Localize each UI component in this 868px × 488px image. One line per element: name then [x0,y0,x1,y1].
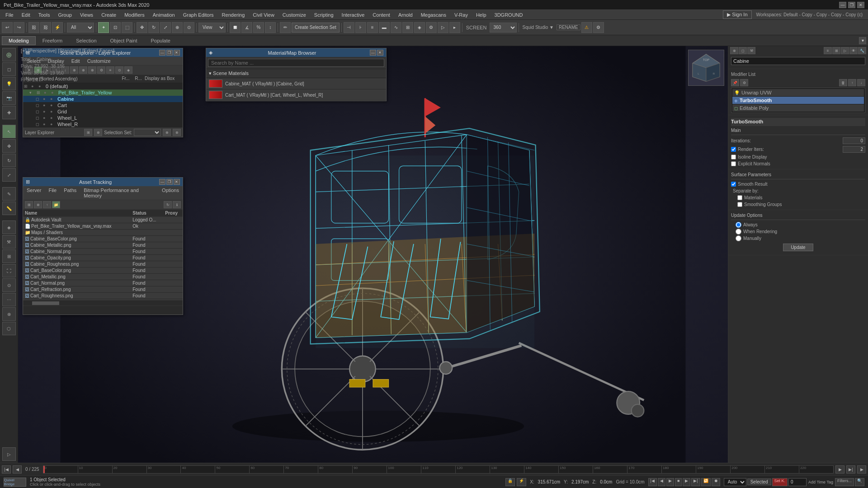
tree-item-bike[interactable]: ▾ ⊞ ● ● Pet_Bike_Trailer_Yellow [23,89,183,96]
redo-button[interactable]: ↪ [14,22,24,33]
mod-unwrap-label[interactable]: Unwrap UVW [741,90,772,95]
menu-animation[interactable]: Animation [149,11,179,19]
menu-help[interactable]: Help [472,11,490,19]
tool-paint[interactable]: ✎ [2,187,16,201]
angle-snap[interactable]: ∡ [241,22,252,33]
quixel-bridge-logo[interactable]: Quixel Bridge [4,478,26,487]
mod-ep-label[interactable]: Editable Poly [740,105,769,111]
asset-scroll-area[interactable]: Name Status Proxy 🔒Autodesk Vault Logged… [23,210,183,300]
rp-utils-icon[interactable]: ⚒ [747,47,755,54]
tool-select[interactable]: ↖ [2,125,16,138]
rp-create-icon[interactable]: ⊕ [730,47,738,54]
select-rotate-button[interactable]: ↻ [148,22,159,33]
auto-dropdown[interactable]: Auto [724,478,746,486]
timeline-start-btn[interactable]: |◀ [2,465,11,474]
asset-menu-server[interactable]: Server [25,187,43,199]
tool-extra4[interactable]: ⛶ [2,264,16,277]
select-move-button[interactable]: ✥ [137,22,147,33]
menu-civil-view[interactable]: Civil View [249,11,278,19]
mat-browser-minimize[interactable]: — [370,50,376,56]
squid-studio-label[interactable]: Squid Studio ▼ [521,25,556,30]
menu-arnold[interactable]: Arnold [395,11,416,19]
tool-cameras[interactable]: 📷 [2,91,16,105]
asset-restore[interactable]: ❐ [166,179,173,185]
mod-pin-icon[interactable]: 📌 [731,79,739,86]
update-manually-radio[interactable] [736,235,741,241]
rp-hierarchy-icon[interactable]: ⊞ [832,47,840,54]
pb-end-btn[interactable]: ▶| [691,478,700,486]
frame-input[interactable] [788,478,807,486]
mat-browser-titlebar[interactable]: ◈ Material/Map Browser — ✕ [206,48,386,57]
tool-create[interactable]: ⊕ [2,48,16,61]
snap-toggle[interactable]: 🔲 [230,22,241,33]
ribbon-button[interactable]: ▬ [379,22,390,33]
se-tool-11[interactable]: ⊙ [115,66,123,74]
tab-selection[interactable]: Selection [69,36,103,45]
menu-3dground[interactable]: 3DGROUND [491,11,527,19]
tool-helpers[interactable]: ✚ [2,106,16,119]
tool-lights[interactable]: 💡 [2,77,16,90]
sign-in-button[interactable]: ▶ Sign In [723,10,751,19]
asset-scrollbar-horizontal[interactable] [23,300,183,305]
asset-row-vault[interactable]: 🔒Autodesk Vault Logged O... [23,217,183,223]
asset-row-cart-norm[interactable]: 🖼Cart_Normal.png Found [23,280,183,286]
mod-up-icon[interactable]: ↑ [848,79,856,86]
filters-btn[interactable]: Filters... [835,478,854,486]
bind-space-warp[interactable]: ⚡ [52,22,63,33]
ts-explicit-check[interactable] [731,161,736,166]
align-button[interactable]: ⊦ [355,22,366,33]
menu-content[interactable]: Content [369,11,394,19]
lock-button[interactable]: 🔒 [505,478,515,486]
asset-tool-1[interactable]: ⊞ [25,201,33,208]
pivot-button[interactable]: ⊙ [184,22,194,33]
timeline-track[interactable]: 0 10 20 30 40 50 60 70 80 90 100 110 120… [43,465,834,474]
mat-item-cabine[interactable]: Cabine_MAT ( VRayMtl ) [Cabine, Grid] [206,78,386,89]
menu-vray[interactable]: V-Ray [451,11,472,19]
asset-row-cabine-opac[interactable]: 🖼Cabine_Opacity.png Found [23,255,183,261]
select-link-button[interactable]: ⛓ [28,22,39,33]
tool-extra8[interactable]: ⬡ [2,322,16,335]
tool-scale[interactable]: ⤢ [2,168,16,182]
mod-ts-label[interactable]: TurboSmooth [740,98,772,103]
view-dropdown[interactable]: View [198,23,226,33]
asset-tracking-titlebar[interactable]: ⊞ Asset Tracking — ❐ ✕ [23,178,183,186]
tree-item-grid[interactable]: ◻ ● ● Grid [23,108,183,115]
pb-start-btn[interactable]: |◀ [648,478,657,486]
tree-item-default[interactable]: ⊞ ● ● 0 (default) [23,83,183,89]
pb-next-btn[interactable]: ▶ [683,478,690,486]
menu-file[interactable]: File [2,11,17,19]
pb-record-btn[interactable]: ⏺ [712,478,720,486]
mod-delete-icon[interactable]: 🗑 [839,79,847,86]
scene-explorer-restore[interactable]: ❐ [166,50,173,56]
asset-minimize[interactable]: — [159,179,165,185]
tool-move[interactable]: ✥ [2,139,16,153]
timeline-play-btn[interactable]: ▶ [857,465,866,474]
update-rendering-radio[interactable] [736,229,741,235]
tool-extra7[interactable]: ⊛ [2,307,16,321]
unlink-button[interactable]: ⛓ [40,22,51,33]
se-menu-customize[interactable]: Customize [85,58,113,64]
tool-extra1[interactable]: ◈ [2,221,16,234]
tool-extra5[interactable]: ⊙ [2,278,16,292]
ts-isoline-check[interactable] [731,155,736,160]
asset-tool-2[interactable]: ⊗ [34,201,42,208]
se-tool-6[interactable]: ⊕ [70,66,78,74]
ts-render-value[interactable] [843,146,865,153]
render-production-button[interactable]: ▸ [449,22,460,33]
restore-button[interactable]: ❐ [848,2,855,8]
schematic-view-button[interactable]: ⊞ [402,22,413,33]
asset-search-input[interactable] [23,306,183,314]
material-editor-button[interactable]: ◈ [414,22,425,33]
tool-play[interactable]: ▷ [2,447,16,461]
tree-item-cabine[interactable]: ◻ ● ● Cabine [23,96,183,102]
se-bottom-btn4[interactable]: ⊗ [173,129,181,136]
asset-row-cabine-norm[interactable]: 🖼Cabine_Normal.png Found [23,249,183,255]
mat-item-cart[interactable]: Cart_MAT ( VRayMtl ) [Cart, Wheel_L, Whe… [206,89,386,101]
tab-populate[interactable]: Populate [144,36,177,45]
tool-rotate[interactable]: ↻ [2,154,16,167]
menu-tools[interactable]: Tools [35,11,54,19]
timeline-playhead[interactable] [43,466,45,473]
asset-menu-paths[interactable]: Paths [62,187,78,199]
asset-tool-3[interactable]: ↑ [43,201,51,208]
tab-freeform[interactable]: Freeform [36,36,70,45]
